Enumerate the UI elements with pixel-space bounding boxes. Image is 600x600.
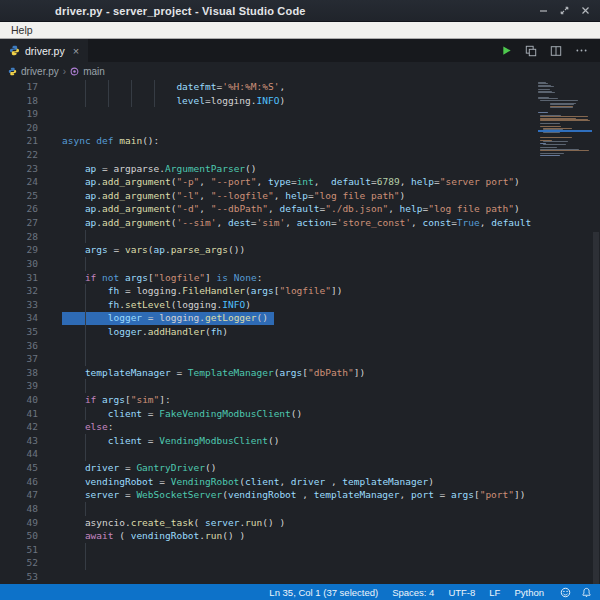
status-eol[interactable]: LF: [489, 587, 500, 598]
line-number[interactable]: 30: [0, 257, 38, 271]
code-line[interactable]: 34 logger = logging.getLogger(): [0, 311, 600, 325]
minimize-button[interactable]: [536, 4, 550, 18]
code-line[interactable]: 17 datefmt='%H:%M:%S',: [0, 80, 600, 94]
code-line[interactable]: 22: [0, 148, 600, 162]
line-number[interactable]: 48: [0, 502, 38, 516]
open-changes-button[interactable]: [525, 45, 537, 57]
code-line[interactable]: 23 ap = argparse.ArgumentParser(): [0, 162, 600, 176]
line-number[interactable]: 28: [0, 230, 38, 244]
more-actions-button[interactable]: [575, 45, 588, 56]
breadcrumb-file[interactable]: driver.py: [21, 66, 59, 77]
code-line[interactable]: 20: [0, 121, 600, 135]
code-line[interactable]: 39: [0, 379, 600, 393]
line-number[interactable]: 38: [0, 366, 38, 380]
line-number[interactable]: 20: [0, 121, 38, 135]
code-line[interactable]: 52: [0, 556, 600, 570]
code-line[interactable]: 25 ap.add_argument("-l", "--logfile", he…: [0, 189, 600, 203]
code-line[interactable]: 37: [0, 352, 600, 366]
status-bar-right: Ln 35, Col 1 (37 selected)Spaces: 4UTF-8…: [269, 587, 592, 598]
code-line[interactable]: 30: [0, 257, 600, 271]
code-line[interactable]: 46 vendingRobot = VendingRobot(client, d…: [0, 475, 600, 489]
line-number[interactable]: 32: [0, 284, 38, 298]
minimap[interactable]: [538, 82, 592, 584]
line-number[interactable]: 23: [0, 162, 38, 176]
line-number[interactable]: 22: [0, 148, 38, 162]
line-number[interactable]: 24: [0, 175, 38, 189]
restore-button[interactable]: [557, 4, 571, 18]
code-text: [62, 121, 538, 135]
line-number[interactable]: 27: [0, 216, 38, 230]
line-number[interactable]: 45: [0, 461, 38, 475]
line-number[interactable]: 36: [0, 339, 38, 353]
code-line[interactable]: 43 client = VendingModbusClient(): [0, 434, 600, 448]
scrollbar-slider[interactable]: [593, 232, 599, 584]
close-button[interactable]: [578, 4, 592, 18]
code-line[interactable]: 50 await ( vendingRobot.run() ): [0, 529, 600, 543]
code-line[interactable]: 21async def main():: [0, 134, 600, 148]
line-number[interactable]: 53: [0, 570, 38, 584]
line-number[interactable]: 35: [0, 325, 38, 339]
code-line[interactable]: 49 asyncio.create_task( server.run() ): [0, 516, 600, 530]
line-number[interactable]: 26: [0, 202, 38, 216]
code-line[interactable]: 40 if args["sim"]:: [0, 393, 600, 407]
line-number[interactable]: 47: [0, 488, 38, 502]
code-line[interactable]: 28: [0, 230, 600, 244]
line-number[interactable]: 37: [0, 352, 38, 366]
code-line[interactable]: 47 server = WebSocketServer(vendingRobot…: [0, 488, 600, 502]
code-editor[interactable]: 17 datefmt='%H:%M:%S',18 level=logging.I…: [0, 80, 600, 584]
line-number[interactable]: 33: [0, 298, 38, 312]
code-line[interactable]: 18 level=logging.INFO): [0, 94, 600, 108]
code-line[interactable]: 38 templateManager = TemplateManager(arg…: [0, 366, 600, 380]
status-cursor-position[interactable]: Ln 35, Col 1 (37 selected): [269, 587, 378, 598]
code-line[interactable]: 32 fh = logging.FileHandler(args["logfil…: [0, 284, 600, 298]
split-editor-button[interactable]: [550, 45, 562, 57]
code-line[interactable]: 53: [0, 570, 600, 584]
line-number[interactable]: 49: [0, 516, 38, 530]
feedback-smiley-icon[interactable]: [560, 587, 571, 598]
code-line[interactable]: 26 ap.add_argument("-d", "--dbPath", def…: [0, 202, 600, 216]
code-line[interactable]: 33 fh.setLevel(logging.INFO): [0, 298, 600, 312]
line-number[interactable]: 34: [0, 311, 38, 325]
line-number[interactable]: 31: [0, 271, 38, 285]
line-number[interactable]: 50: [0, 529, 38, 543]
code-line[interactable]: 36: [0, 339, 600, 353]
code-line[interactable]: 27 ap.add_argument('--sim', dest='sim', …: [0, 216, 600, 230]
menu-help[interactable]: Help: [7, 24, 37, 36]
line-number[interactable]: 17: [0, 80, 38, 94]
code-line[interactable]: 35 logger.addHandler(fh): [0, 325, 600, 339]
code-line[interactable]: 29 args = vars(ap.parse_args()): [0, 243, 600, 257]
code-line[interactable]: 48: [0, 502, 600, 516]
line-number[interactable]: 18: [0, 94, 38, 108]
tab-close-icon[interactable]: ×: [73, 45, 79, 57]
line-number[interactable]: 41: [0, 407, 38, 421]
vertical-scrollbar[interactable]: [592, 80, 600, 584]
code-line[interactable]: 51: [0, 543, 600, 557]
code-line[interactable]: 31 if not args["logfile"] is None:: [0, 271, 600, 285]
code-line[interactable]: 41 client = FakeVendingModbusClient(): [0, 407, 600, 421]
line-number[interactable]: 43: [0, 434, 38, 448]
line-number[interactable]: 29: [0, 243, 38, 257]
code-line[interactable]: 24 ap.add_argument("-p", "--port", type=…: [0, 175, 600, 189]
line-number[interactable]: 25: [0, 189, 38, 203]
code-line[interactable]: 45 driver = GantryDriver(): [0, 461, 600, 475]
line-number[interactable]: 42: [0, 420, 38, 434]
status-language-mode[interactable]: Python: [514, 587, 544, 598]
status-indentation[interactable]: Spaces: 4: [392, 587, 434, 598]
run-python-file-button[interactable]: [501, 45, 512, 56]
line-number[interactable]: 19: [0, 107, 38, 121]
line-number[interactable]: 40: [0, 393, 38, 407]
code-line[interactable]: 42 else:: [0, 420, 600, 434]
line-number[interactable]: 39: [0, 379, 38, 393]
line-number[interactable]: 21: [0, 134, 38, 148]
diff-icon: [525, 45, 537, 57]
line-number[interactable]: 44: [0, 447, 38, 461]
tab-driver-py[interactable]: driver.py ×: [0, 39, 88, 62]
line-number[interactable]: 46: [0, 475, 38, 489]
status-encoding[interactable]: UTF-8: [448, 587, 475, 598]
code-line[interactable]: 19: [0, 107, 600, 121]
line-number[interactable]: 52: [0, 556, 38, 570]
code-line[interactable]: 44: [0, 447, 600, 461]
breadcrumb-symbol[interactable]: main: [83, 66, 105, 77]
notifications-bell-icon[interactable]: [581, 587, 592, 598]
line-number[interactable]: 51: [0, 543, 38, 557]
